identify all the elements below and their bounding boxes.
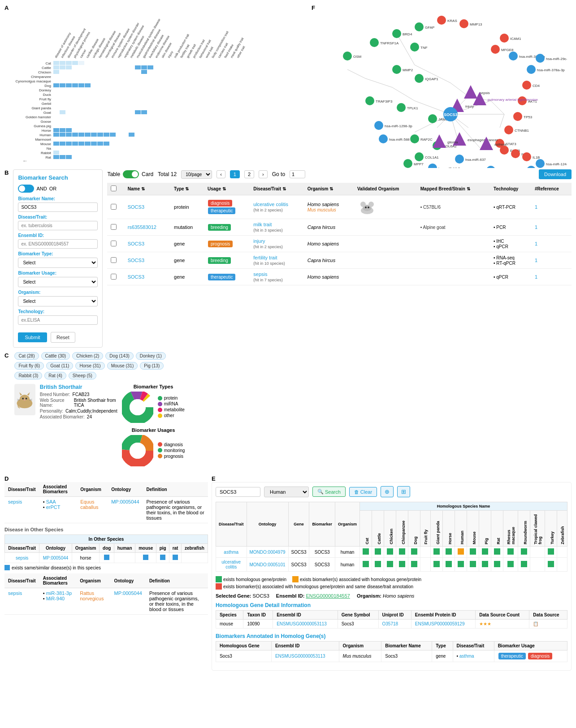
goto-input[interactable] <box>290 170 305 178</box>
col-organism[interactable]: Organism ⇅ <box>304 183 354 195</box>
ensembl-link[interactable]: ENSMUSG00000053113 <box>277 621 327 626</box>
biomarker-usage-select[interactable]: Select <box>18 277 98 287</box>
disease-link[interactable]: ulcerative colitis <box>253 202 288 207</box>
legend-metabolite: metabolite <box>164 407 185 412</box>
download-button[interactable]: Download <box>539 169 572 179</box>
svg-rect-70 <box>141 65 147 69</box>
ontology-link[interactable]: MONDO:0005101 <box>250 562 286 567</box>
disease-link[interactable]: sepsis <box>16 556 28 560</box>
e-grid-button[interactable]: ⊞ <box>397 486 410 497</box>
col-usage: Biomarker Usage <box>494 642 567 650</box>
biomarker-name-link[interactable]: SOCS3 <box>128 258 144 263</box>
reference-link[interactable]: 1 <box>535 241 537 246</box>
species-tag[interactable]: Cat (28) <box>14 352 39 360</box>
disease-link[interactable]: injury <box>253 238 265 244</box>
submit-button[interactable]: Submit <box>18 332 47 342</box>
e-search-button[interactable]: 🔍 Search <box>312 487 346 497</box>
col-type[interactable]: Type ⇅ <box>170 183 204 195</box>
species-tag[interactable]: Rabbit (3) <box>14 372 42 379</box>
biomarker-name-link[interactable]: SOCS3 <box>128 241 144 246</box>
species-tag[interactable]: Goat (11) <box>46 362 73 370</box>
ensembl-link[interactable]: ENSMUSG00000053113 <box>275 654 325 659</box>
col-usage[interactable]: Usage ⇅ <box>204 183 250 195</box>
page-1-btn[interactable]: 1 <box>230 170 240 178</box>
disease-name-link[interactable]: sepsis <box>8 590 22 596</box>
species-empty <box>114 553 135 563</box>
biomarker-type-select[interactable]: Select <box>18 258 98 268</box>
col-name[interactable]: Name ⇅ <box>124 183 170 195</box>
and-or-toggle[interactable] <box>18 185 34 193</box>
species-tag[interactable]: Sheep (5) <box>69 372 96 379</box>
row-checkbox[interactable] <box>111 224 117 230</box>
e-clear-button[interactable]: 🗑 Clear <box>349 487 377 497</box>
biomarker-name-link[interactable]: rs635583012 <box>128 224 156 230</box>
biomarker-name-input[interactable] <box>18 202 98 212</box>
biomarker-link[interactable]: miR-381-3p <box>46 590 72 596</box>
ontology-link[interactable]: MP:0005044 <box>114 590 142 596</box>
biomarker-name-link[interactable]: SOCS3 <box>128 274 144 280</box>
reference-link[interactable]: 1 <box>535 224 537 230</box>
disease-link[interactable]: asthma <box>459 654 474 659</box>
organism-link[interactable]: Rattus norvegicus <box>80 590 104 601</box>
organism-field-value: Homo sapiens <box>383 593 414 599</box>
disease-link[interactable]: sepsis <box>253 271 267 277</box>
row-checkbox[interactable] <box>111 257 117 263</box>
species-tag[interactable]: Mouse (31) <box>107 362 138 370</box>
disease-link[interactable]: milk trait <box>253 222 272 227</box>
uniprot-link[interactable]: O35718 <box>382 621 398 626</box>
organism-select[interactable]: Select <box>18 296 98 306</box>
biomarker-link[interactable]: SAA <box>46 499 56 504</box>
ontology-link[interactable]: MP:0005044 <box>43 556 69 560</box>
ontology-link[interactable]: MP:0005044 <box>111 499 139 504</box>
species-tag[interactable]: Donkey (1) <box>136 352 166 360</box>
col-disease[interactable]: Disease/Trait ⇅ <box>250 183 304 195</box>
e-organism-select[interactable]: Human <box>264 487 309 497</box>
ensembl-input[interactable] <box>18 239 98 249</box>
per-page-select[interactable]: 10/page <box>181 170 212 179</box>
species-tag[interactable]: Pig (13) <box>140 362 164 370</box>
biomarker-name-link[interactable]: SOCS3 <box>128 204 144 210</box>
row-checkbox[interactable] <box>111 241 117 246</box>
e-search-input[interactable] <box>216 487 260 497</box>
page-2-btn[interactable]: 2 <box>244 170 254 178</box>
species-tag[interactable]: Horse (31) <box>75 362 104 370</box>
breed-name[interactable]: British Shorthair <box>40 384 117 390</box>
row-checkbox[interactable] <box>111 204 117 210</box>
taxon-cell: 10090 <box>243 620 273 629</box>
svg-rect-90 <box>78 133 84 137</box>
biomarker-link[interactable]: erPCT <box>46 504 61 510</box>
disease-trait-input[interactable] <box>18 221 98 230</box>
biomarker-list: • miR-381-3p • MiR-940 <box>39 588 76 615</box>
select-all-checkbox[interactable] <box>111 185 117 191</box>
d-table-row: sepsis • SAA • erPCT Equus caballus MP:0… <box>4 497 208 523</box>
usage-badge-therapeutic: therapeutic <box>208 207 235 214</box>
species-tag[interactable]: Rat (4) <box>44 372 66 379</box>
protein-link[interactable]: ENSMUSP00000059129 <box>415 621 465 626</box>
next-page-btn[interactable]: › <box>259 170 268 178</box>
species-cell <box>399 548 405 555</box>
species-tag[interactable]: Cattle (30) <box>41 352 70 360</box>
disease-cell: ulcerative colitis (hit in 2 species) <box>250 195 304 219</box>
svg-text:Goat: Goat <box>43 111 52 115</box>
organism-link[interactable]: Equus caballus <box>80 499 98 510</box>
ontology-link[interactable]: MONDO:0004979 <box>250 550 286 555</box>
reset-button[interactable]: Reset <box>51 332 75 343</box>
species-tag[interactable]: Fruit fly (6) <box>14 362 44 370</box>
biomarker-link[interactable]: MiR-940 <box>46 596 65 601</box>
row-checkbox[interactable] <box>111 274 117 280</box>
reference-link[interactable]: 1 <box>535 274 537 280</box>
view-toggle[interactable] <box>123 170 139 178</box>
disease-name-link[interactable]: sepsis <box>8 499 22 504</box>
disease-link[interactable]: fertility trait <box>253 255 277 260</box>
reference-link[interactable]: 1 <box>535 258 537 263</box>
reference-link[interactable]: 1 <box>535 204 537 210</box>
species-tag[interactable]: Chicken (2) <box>72 352 103 360</box>
e-expand-button[interactable]: ⊕ <box>381 486 394 497</box>
disease-link[interactable]: ulcerative colitis <box>221 560 241 569</box>
species-tag[interactable]: Dog (143) <box>105 352 133 360</box>
col-breed[interactable]: Mapped Breed/Strain ⇅ <box>417 183 490 195</box>
prev-page-btn[interactable]: ‹ <box>217 170 225 178</box>
ensembl-id-link[interactable]: ENSG00000184557 <box>306 593 350 599</box>
disease-link[interactable]: asthma <box>224 550 238 555</box>
technology-input[interactable] <box>18 315 98 325</box>
